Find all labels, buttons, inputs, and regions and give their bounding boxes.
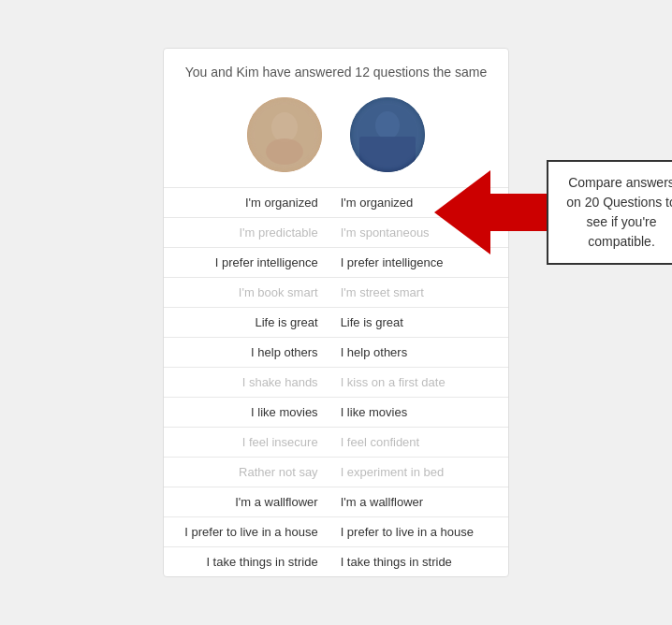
svg-point-4 [350,97,425,172]
svg-point-2 [266,138,303,165]
table-row: I shake handsI kiss on a first date [164,367,508,397]
answer-left: I'm a wallflower [164,487,329,516]
answer-right: I like movies [329,397,508,427]
answer-right: I'm street smart [329,277,508,307]
answer-left: I like movies [164,397,329,427]
callout-box: Compare answers on 20 Questions to see i… [547,160,672,265]
avatar-kim [350,97,425,172]
answer-left: I'm organized [164,187,329,217]
svg-marker-8 [434,170,547,254]
answer-left: I'm predictable [164,217,329,247]
answer-right: I help others [329,337,508,367]
table-row: I prefer to live in a houseI prefer to l… [164,516,508,546]
table-row: Life is greatLife is great [164,307,508,337]
avatar-user-image [247,97,322,172]
table-row: I help othersI help others [164,337,508,367]
table-row: I'm book smartI'm street smart [164,277,508,307]
table-row: I like moviesI like movies [164,397,508,427]
answer-left: Rather not say [164,457,329,487]
table-row: Rather not sayI experiment in bed [164,457,508,487]
answer-left: I feel insecure [164,427,329,457]
svg-rect-3 [247,97,322,172]
answer-left: I shake hands [164,367,329,397]
answer-right: Life is great [329,307,508,337]
callout-area: Compare answers on 20 Questions to see i… [434,160,672,265]
answer-right: I prefer to live in a house [329,516,508,546]
table-row: I'm a wallflowerI'm a wallflower [164,487,508,516]
avatar-kim-image [350,97,425,172]
answer-right: I kiss on a first date [329,367,508,397]
answer-left: I help others [164,337,329,367]
answer-right: I experiment in bed [329,457,508,487]
compatibility-card: You and Kim have answered 12 questions t… [163,48,509,577]
svg-point-5 [375,111,400,139]
callout-text: Compare answers on 20 Questions to see i… [566,175,672,249]
table-row: I feel insecureI feel confident [164,427,508,457]
answer-left: Life is great [164,307,329,337]
avatar-user [247,97,322,172]
svg-point-0 [247,97,322,172]
answer-left: I prefer to live in a house [164,516,329,546]
outer-wrapper: You and Kim have answered 12 questions t… [163,48,509,577]
svg-point-1 [271,112,298,142]
svg-rect-6 [359,137,416,172]
svg-rect-7 [350,97,425,172]
answer-left: I'm book smart [164,277,329,307]
answer-left: I take things in stride [164,546,329,576]
answer-left: I prefer intelligence [164,247,329,277]
red-arrow [434,170,547,254]
table-row: I take things in strideI take things in … [164,546,508,576]
answer-right: I feel confident [329,427,508,457]
answer-right: I'm a wallflower [329,487,508,516]
answer-right: I take things in stride [329,546,508,576]
header-text: You and Kim have answered 12 questions t… [164,64,508,82]
